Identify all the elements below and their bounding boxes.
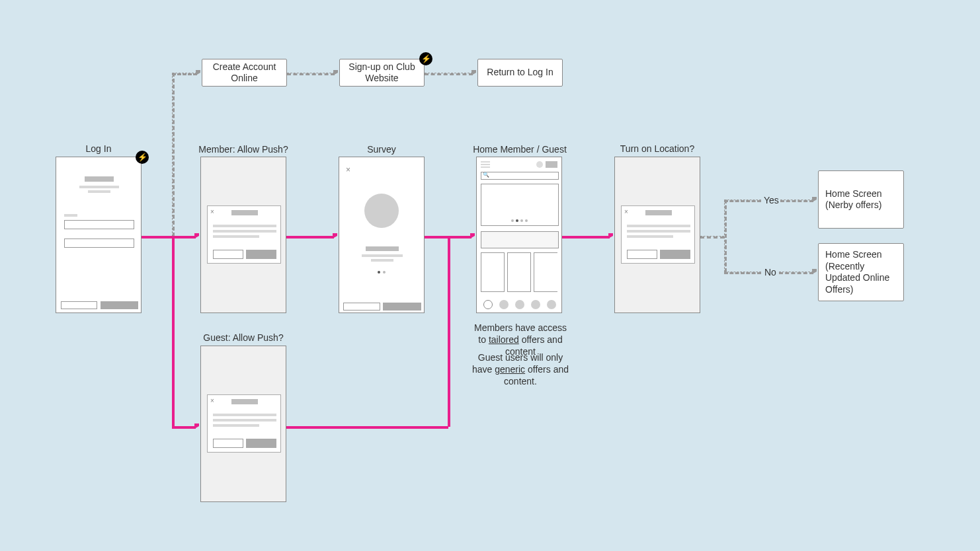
connector	[448, 236, 471, 239]
node-label: Home Screen (Recently Updated Online Off…	[825, 249, 897, 295]
screen-log-in	[56, 157, 142, 313]
placeholder-bar	[79, 186, 119, 188]
close-icon: ×	[210, 208, 214, 215]
button-placeholder	[61, 301, 97, 309]
connector	[780, 200, 813, 202]
node-create-account: Create Account Online	[202, 59, 287, 87]
title-guest-push: Guest: Allow Push?	[190, 332, 296, 343]
arrowhead-icon	[471, 70, 476, 75]
connector	[448, 236, 450, 427]
connector	[562, 236, 610, 239]
placeholder-bar	[213, 414, 276, 416]
nav-dot	[531, 300, 540, 309]
arrowhead-icon	[196, 70, 200, 75]
title-member-push: Member: Allow Push?	[190, 144, 296, 155]
placeholder-bar	[64, 214, 77, 217]
pagination-dot	[525, 219, 528, 222]
connector	[172, 73, 175, 237]
placeholder-bar	[213, 424, 259, 427]
placeholder-bar	[231, 210, 258, 215]
button-placeholder	[627, 250, 657, 259]
placeholder-bar	[85, 176, 114, 182]
placeholder-bar	[627, 230, 690, 233]
prompt-card: ×	[207, 205, 281, 264]
image-placeholder-circle	[364, 194, 399, 228]
close-icon: ×	[210, 397, 214, 404]
connector	[779, 272, 813, 274]
connector	[425, 73, 473, 75]
title-survey: Survey	[339, 144, 425, 155]
placeholder-bar	[371, 259, 393, 262]
connector	[172, 426, 196, 429]
hamburger-icon	[481, 164, 490, 165]
screen-member-push: ×	[200, 157, 286, 313]
search-placeholder: 🔍	[481, 172, 559, 180]
arrowhead-icon	[194, 423, 199, 429]
button-placeholder	[660, 250, 690, 259]
label-no: No	[764, 267, 776, 277]
node-signup-club: Sign-up on Club Website	[339, 59, 425, 87]
connector	[172, 236, 175, 427]
nav-dot	[515, 300, 524, 309]
pagination-dot	[520, 219, 523, 222]
flow-diagram-canvas: Create Account Online Sign-up on Club We…	[0, 0, 980, 551]
connector	[287, 73, 335, 75]
strip-placeholder	[481, 231, 559, 248]
nav-dot	[483, 300, 493, 309]
pagination-dot	[516, 219, 518, 222]
title-home-member-guest: Home Member / Guest	[464, 144, 576, 155]
placeholder-bar	[88, 190, 110, 193]
arrowhead-icon	[608, 233, 613, 239]
button-placeholder	[383, 303, 421, 311]
connector	[724, 272, 761, 274]
nav-dot	[547, 300, 556, 309]
hamburger-icon	[481, 161, 490, 163]
placeholder-bar	[627, 225, 690, 227]
close-icon: ×	[346, 165, 350, 174]
node-label: Create Account Online	[208, 61, 281, 85]
arrowhead-icon	[194, 233, 199, 239]
pagination-dots	[511, 219, 528, 222]
input-placeholder	[64, 220, 134, 229]
lightning-icon: ⚡	[136, 151, 149, 164]
placeholder-bar	[213, 419, 276, 422]
connector	[700, 236, 724, 239]
connector	[172, 236, 196, 239]
pagination-dot	[378, 271, 380, 274]
connector	[724, 200, 727, 272]
node-label: Sign-up on Club Website	[345, 61, 419, 85]
connector	[172, 73, 197, 75]
arrowhead-icon	[812, 197, 817, 202]
avatar-placeholder	[536, 161, 543, 168]
tile-placeholder	[507, 252, 531, 292]
pagination-dot	[383, 271, 386, 274]
hamburger-icon	[481, 166, 490, 168]
prompt-card: ×	[621, 205, 695, 264]
arrowhead-icon	[812, 269, 817, 274]
screen-home-member-guest: 🔍	[476, 157, 562, 313]
arrowhead-icon	[470, 233, 475, 239]
node-return-login: Return to Log In	[477, 59, 563, 87]
tile-placeholder	[481, 252, 505, 292]
arrowhead-icon	[333, 233, 337, 239]
placeholder-bar	[627, 235, 673, 238]
close-icon: ×	[624, 208, 628, 215]
button-placeholder	[213, 250, 243, 259]
lightning-icon: ⚡	[419, 52, 432, 65]
button-placeholder	[246, 250, 276, 259]
placeholder-bar	[362, 254, 403, 257]
connector	[286, 236, 334, 239]
nav-dot	[499, 300, 509, 309]
connector	[425, 236, 448, 239]
connector	[142, 236, 173, 239]
connector	[286, 426, 448, 429]
title-log-in: Log In	[56, 143, 142, 154]
button-placeholder	[213, 439, 243, 448]
button-placeholder	[343, 303, 380, 311]
connector	[724, 200, 761, 202]
button-placeholder	[246, 439, 276, 448]
placeholder-bar	[546, 161, 557, 168]
placeholder-bar	[645, 210, 672, 215]
arrowhead-icon	[333, 70, 338, 75]
prompt-card: ×	[207, 394, 281, 453]
